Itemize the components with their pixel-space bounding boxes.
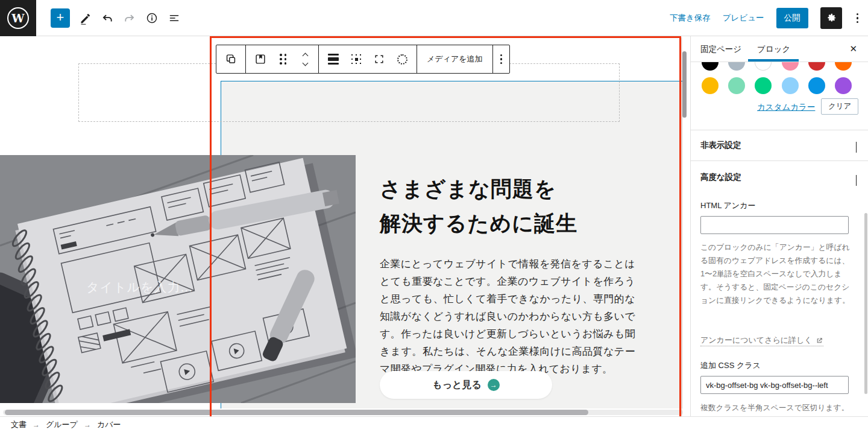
color-swatch[interactable] (808, 62, 825, 71)
breadcrumb-group[interactable]: グループ (46, 419, 78, 430)
color-swatch[interactable] (728, 77, 745, 94)
cover-title-placeholder[interactable]: タイトルを入力... (86, 279, 193, 296)
color-swatch[interactable] (808, 77, 825, 94)
list-view-icon[interactable] (167, 11, 181, 25)
html-anchor-description: このブロックのみに「アンカー」と呼ばれる固有のウェブアドレスを作成するには、1〜… (700, 241, 854, 307)
publish-button[interactable]: 公開 (776, 8, 808, 28)
section-advanced-settings[interactable]: 高度な設定 (691, 160, 868, 192)
wordpress-editor: W + 下書き保存 プレビュー 公開 (0, 0, 868, 432)
breadcrumb-cover: カバー (97, 419, 121, 430)
tools-pencil-icon[interactable] (78, 11, 92, 25)
editor-topbar: W + 下書き保存 プレビュー 公開 (0, 0, 868, 36)
settings-gear-button[interactable] (820, 7, 842, 29)
details-info-icon[interactable] (145, 11, 159, 25)
color-swatch[interactable] (702, 62, 719, 71)
sidebar-tabs: 固定ページ ブロック ✕ (691, 36, 868, 62)
css-class-help-text: 複数クラスを半角スペースで区切ります。 (700, 401, 854, 415)
color-swatch[interactable] (755, 62, 772, 71)
tab-page[interactable]: 固定ページ (700, 36, 741, 62)
breadcrumb-arrow: → (84, 421, 91, 429)
sidebar-scrollbar[interactable] (864, 213, 867, 394)
block-settings-panel: カスタムカラー クリア 非表示設定 高度な設定 HTML アンカー このブロック… (691, 62, 868, 416)
chevron-down-icon (856, 142, 857, 153)
custom-color-link[interactable]: カスタムカラー (757, 102, 815, 113)
additional-css-class-label: 追加 CSS クラス (700, 360, 761, 371)
settings-sidebar: 固定ページ ブロック ✕ カスタムカラー (690, 36, 868, 416)
save-draft-button[interactable]: 下書き保存 (670, 13, 711, 24)
redo-icon[interactable] (122, 11, 137, 25)
block-breadcrumb: 文書 → グループ → カバー (0, 416, 868, 432)
color-swatch[interactable] (702, 77, 719, 94)
advanced-settings-label: 高度な設定 (700, 172, 741, 183)
clear-color-button[interactable]: クリア (821, 98, 858, 115)
hidden-settings-label: 非表示設定 (700, 140, 741, 151)
undo-icon[interactable] (100, 11, 115, 25)
anchor-learn-more-label: アンカーについてさらに詳しく (700, 335, 813, 346)
gear-icon (825, 12, 837, 24)
external-link-icon (816, 337, 823, 345)
wordpress-w-icon: W (7, 7, 29, 29)
color-swatch[interactable] (835, 77, 852, 94)
anchor-learn-more-link[interactable]: アンカーについてさらに詳しく (700, 335, 823, 346)
color-swatch[interactable] (835, 62, 852, 71)
active-tab-underline (748, 59, 799, 62)
editor-canvas[interactable]: タイトルを入力... さまざまな問題を 解決するために誕生 企業にとってウェブサ… (0, 36, 690, 416)
vertical-scrollbar[interactable] (682, 51, 687, 118)
chevron-up-icon (856, 175, 857, 186)
color-swatch[interactable] (782, 77, 799, 94)
preview-button[interactable]: プレビュー (723, 13, 764, 24)
color-swatch[interactable] (782, 62, 799, 71)
wordpress-logo[interactable]: W (0, 0, 36, 36)
annotation-box-cover-block (210, 36, 681, 416)
html-anchor-input[interactable] (700, 216, 849, 234)
section-hidden-settings[interactable]: 非表示設定 (691, 130, 868, 160)
editor-workspace: タイトルを入力... さまざまな問題を 解決するために誕生 企業にとってウェブサ… (0, 36, 868, 416)
html-anchor-label: HTML アンカー (700, 200, 755, 211)
tab-block[interactable]: ブロック (757, 36, 790, 62)
color-swatch[interactable] (755, 77, 772, 94)
breadcrumb-arrow: → (33, 421, 40, 429)
color-swatch[interactable] (728, 62, 745, 71)
additional-css-class-input[interactable] (700, 376, 849, 394)
options-menu-icon[interactable] (854, 13, 861, 24)
close-sidebar-icon[interactable]: ✕ (849, 43, 857, 54)
block-inserter-button[interactable]: + (51, 8, 70, 28)
breadcrumb-document[interactable]: 文書 (11, 419, 27, 430)
